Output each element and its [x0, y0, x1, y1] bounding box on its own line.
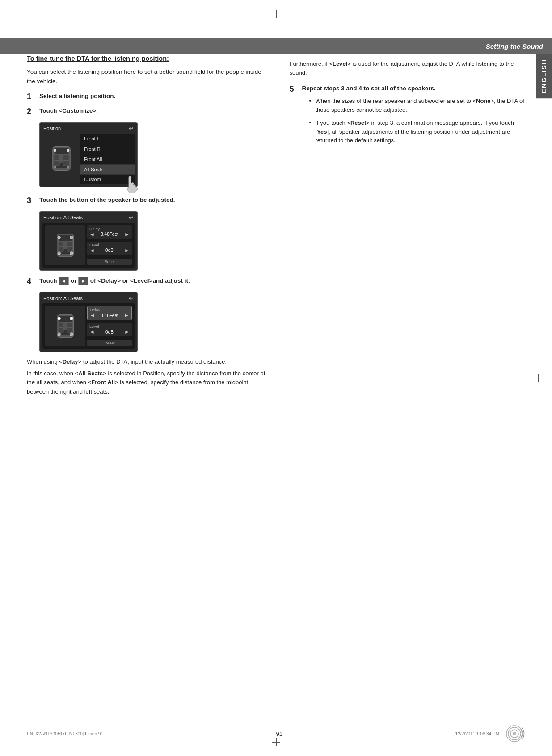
- delay-value-3: 3.48Feet: [101, 232, 118, 237]
- delay-right-arrow-4[interactable]: ►: [124, 312, 129, 319]
- delay-left-arrow-3[interactable]: ◄: [89, 231, 95, 238]
- right-arrow-btn[interactable]: ►: [78, 277, 88, 285]
- position-screen: Front L Front R Front All All Seats Cust…: [42, 134, 135, 184]
- english-tab: ENGLISH: [536, 54, 552, 98]
- controls-4: Delay ◄ 3.48Feet ► Level ◄ 0dB: [87, 306, 132, 346]
- svg-point-18: [58, 236, 60, 238]
- menu-front-r[interactable]: Front R: [80, 144, 135, 154]
- svg-rect-5: [54, 161, 60, 166]
- screen-4-title: Position: All Seats: [43, 296, 83, 301]
- svg-rect-26: [67, 323, 72, 327]
- svg-point-7: [54, 149, 56, 152]
- car-diagram-4: [45, 306, 85, 346]
- level-label-4: Level: [89, 324, 130, 329]
- car-graphic: [46, 144, 77, 173]
- step-1-number: 1: [27, 92, 39, 102]
- custom-label: Custom: [84, 177, 101, 182]
- step-4-screen: Position: All Seats ↩: [39, 292, 138, 352]
- step-3: 3 Touch the button of the speaker to be …: [27, 196, 267, 206]
- furthermore-section: Furthermore, if <Level> is used for the …: [290, 59, 530, 77]
- svg-point-10: [67, 166, 69, 169]
- main-content: To fine-tune the DTA for the listening p…: [27, 54, 530, 720]
- screen-3-header: Position: All Seats ↩: [42, 214, 135, 221]
- menu-front-all[interactable]: Front All: [80, 154, 135, 165]
- svg-point-30: [70, 317, 73, 320]
- svg-rect-25: [58, 323, 63, 327]
- hand-cursor-icon: [124, 175, 139, 193]
- svg-rect-14: [58, 242, 63, 246]
- level-right-arrow-4[interactable]: ►: [124, 329, 130, 335]
- step-2-text: Touch <Customize>.: [39, 107, 267, 115]
- reset-bar-3[interactable]: Reset: [87, 259, 132, 265]
- delay-right-arrow-3[interactable]: ►: [124, 231, 130, 238]
- reset-bar-4[interactable]: Reset: [87, 340, 132, 346]
- right-column: Furthermore, if <Level> is used for the …: [285, 54, 530, 396]
- svg-rect-6: [63, 161, 69, 166]
- speakers-screen-3: Delay ◄ 3.48Feet ► Level ◄ 0dB: [42, 223, 135, 268]
- bullet-1: When the sizes of the rear speaker and s…: [309, 97, 530, 114]
- speaker-icon: [504, 725, 525, 743]
- level-value-4: 0dB: [105, 330, 114, 335]
- delay-value-row-4: ◄ 3.48Feet ►: [90, 312, 129, 319]
- level-control-4: Level ◄ 0dB ►: [87, 323, 132, 336]
- screen-2-title: Position: [43, 126, 61, 131]
- step-1: 1 Select a listening position.: [27, 92, 267, 102]
- svg-point-9: [54, 166, 56, 169]
- step-2-screen: Position ↩: [39, 122, 138, 187]
- step-3-screen: Position: All Seats ↩: [39, 211, 138, 271]
- level-value-row-3: ◄ 0dB ►: [89, 247, 130, 254]
- svg-point-19: [70, 236, 73, 238]
- screen-4-header: Position: All Seats ↩: [42, 295, 135, 302]
- step-2-number: 2: [27, 107, 39, 117]
- delay-label-4: Delay: [90, 308, 129, 312]
- step-5: 5 Repeat steps 3 and 4 to set all of the…: [290, 85, 530, 149]
- intro-paragraph: You can select the listening position he…: [27, 68, 267, 86]
- level-label-3: Level: [89, 243, 130, 247]
- back-arrow-4-icon: ↩: [129, 295, 134, 302]
- menu-all-seats[interactable]: All Seats: [80, 165, 135, 175]
- footer-right-text: 12/7/2011 1:06:34 PM: [455, 731, 499, 736]
- svg-point-21: [70, 251, 73, 254]
- step-5-bullets: When the sizes of the rear speaker and s…: [309, 97, 530, 145]
- menu-front-l[interactable]: Front L: [80, 134, 135, 144]
- delay-left-arrow-4[interactable]: ◄: [90, 312, 95, 319]
- delay-value-4: 3.48Feet: [101, 313, 118, 318]
- page-corner-top-right: [517, 8, 544, 35]
- furthermore-para: Furthermore, if <Level> is used for the …: [290, 59, 530, 77]
- level-right-arrow-3[interactable]: ►: [124, 247, 130, 254]
- step-4-number: 4: [27, 277, 39, 287]
- step-5-content: Repeat steps 3 and 4 to set all of the s…: [302, 85, 530, 149]
- svg-rect-28: [67, 328, 72, 332]
- level-control-3: Level ◄ 0dB ►: [87, 242, 132, 255]
- delay-label-3: Delay: [89, 227, 130, 231]
- svg-rect-16: [58, 247, 63, 251]
- step-5-text: Repeat steps 3 and 4 to set all of the s…: [302, 85, 436, 92]
- step-1-text: Select a listening position.: [39, 92, 267, 101]
- level-left-arrow-4[interactable]: ◄: [89, 329, 95, 335]
- reg-mark-left: [10, 374, 18, 382]
- svg-point-31: [58, 333, 60, 336]
- svg-point-29: [58, 317, 60, 320]
- svg-rect-3: [54, 155, 60, 161]
- delay-value-row-3: ◄ 3.48Feet ►: [89, 231, 130, 238]
- screen-2-header: Position ↩: [42, 125, 135, 132]
- header-bar: Setting the Sound: [0, 38, 552, 54]
- page-footer: EN_KW-NT500HDT_NT300[J].indb 91 91 12/7/…: [0, 725, 552, 743]
- svg-rect-1: [55, 148, 69, 154]
- jvc-logo: [504, 725, 525, 743]
- level-left-arrow-3[interactable]: ◄: [89, 247, 95, 254]
- bullet-2: If you touch <Reset> in step 3, a confir…: [309, 119, 530, 145]
- level-value-row-4: ◄ 0dB ►: [89, 329, 130, 335]
- car-diagram-3: [45, 225, 85, 265]
- when-using-para-1: When using <Delay> to adjust the DTA, in…: [27, 357, 267, 366]
- step-4: 4 Touch ◄ or ► of <Delay> or <Level>and …: [27, 277, 267, 287]
- page-number: 91: [103, 731, 455, 737]
- delay-control-4: Delay ◄ 3.48Feet ►: [87, 306, 132, 320]
- content-columns: To fine-tune the DTA for the listening p…: [27, 54, 530, 396]
- svg-rect-4: [63, 155, 69, 161]
- left-arrow-btn[interactable]: ◄: [59, 277, 69, 285]
- delay-control-3: Delay ◄ 3.48Feet ►: [87, 225, 132, 239]
- footer-right: 12/7/2011 1:06:34 PM: [455, 725, 525, 743]
- speakers-screen-4: Delay ◄ 3.48Feet ► Level ◄ 0dB: [42, 303, 135, 349]
- svg-rect-17: [67, 247, 72, 251]
